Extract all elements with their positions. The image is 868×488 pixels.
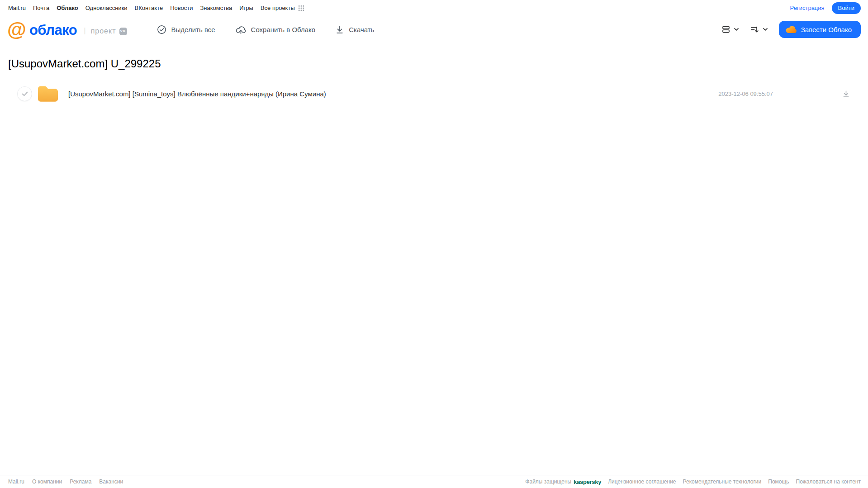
view-mode-icon — [721, 25, 730, 34]
check-circle-icon — [157, 25, 166, 34]
logo-divider: | — [84, 26, 85, 36]
select-all-label: Выделить все — [171, 26, 215, 33]
chevron-down-icon — [734, 28, 739, 31]
nav-item-oblako[interactable]: Облако — [57, 5, 78, 11]
main-content: [UsupovMarket.com] U_299225 [UsupovMarke… — [0, 57, 868, 106]
sort-dropdown[interactable] — [750, 25, 768, 34]
all-projects-label: Все проекты — [261, 5, 295, 11]
page-title: [UsupovMarket.com] U_299225 — [8, 57, 868, 70]
nav-item-vkontakte[interactable]: ВКонтакте — [135, 5, 163, 11]
vk-badge-icon: VK — [119, 28, 127, 35]
nav-item-igry[interactable]: Игры — [239, 5, 253, 11]
footer-right-links: Файлы защищены kaspersky Лицензионное со… — [525, 479, 861, 485]
file-download-icon[interactable] — [842, 90, 850, 98]
nav-item-mailru[interactable]: Mail.ru — [8, 5, 26, 11]
page-footer: Mail.ru О компании Реклама Вакансии Файл… — [0, 475, 868, 488]
cloud-logo[interactable]: @ облако | проект VK — [7, 22, 127, 37]
footer-link-ads[interactable]: Реклама — [70, 479, 91, 485]
sort-icon — [750, 25, 759, 34]
kaspersky-protected: Файлы защищены kaspersky — [525, 479, 601, 485]
download-icon — [336, 25, 344, 34]
nav-item-all-projects[interactable]: Все проекты — [261, 5, 304, 11]
view-mode-dropdown[interactable] — [721, 25, 739, 34]
project-label: проект — [91, 27, 116, 36]
nav-item-pochta[interactable]: Почта — [33, 5, 49, 11]
footer-link-about[interactable]: О компании — [32, 479, 62, 485]
file-toolbar: Выделить все Сохранить в Облако Скачать — [157, 25, 375, 34]
footer-link-license[interactable]: Лицензионное соглашение — [608, 479, 676, 485]
portal-nav-links: Mail.ru Почта Облако Одноклассники ВКонт… — [8, 5, 304, 11]
header-right-controls: Завести Облако — [721, 21, 861, 38]
mailru-at-icon: @ — [7, 22, 26, 37]
nav-item-odnoklassniki[interactable]: Одноклассники — [85, 5, 128, 11]
file-row[interactable]: [UsupovMarket.com] [Sumina_toys] Влюблён… — [8, 81, 868, 106]
portal-navbar: Mail.ru Почта Облако Одноклассники ВКонт… — [0, 0, 868, 15]
file-name-link[interactable]: [UsupovMarket.com] [Sumina_toys] Влюблён… — [68, 90, 718, 98]
footer-link-recommendations[interactable]: Рекомендательные технологии — [683, 479, 762, 485]
grid-icon — [298, 5, 304, 11]
project-vk-label: проект VK — [91, 27, 127, 36]
kaspersky-logo: kaspersky — [574, 479, 601, 485]
get-cloud-label: Завести Облако — [801, 26, 852, 33]
cloud-upload-icon — [236, 25, 246, 34]
file-date: 2023-12-06 09:55:07 — [718, 90, 773, 97]
chevron-down-icon — [763, 28, 768, 31]
nav-item-novosti[interactable]: Новости — [170, 5, 193, 11]
select-all-button[interactable]: Выделить все — [157, 25, 215, 34]
footer-link-help[interactable]: Помощь — [768, 479, 789, 485]
portal-nav-auth: Регистрация Войти — [790, 2, 861, 14]
footer-link-report[interactable]: Пожаловаться на контент — [796, 479, 861, 485]
footer-link-jobs[interactable]: Вакансии — [99, 479, 123, 485]
login-button[interactable]: Войти — [832, 2, 861, 14]
save-to-cloud-label: Сохранить в Облако — [251, 26, 316, 33]
nav-item-znakomstva[interactable]: Знакомства — [200, 5, 232, 11]
download-button[interactable]: Скачать — [336, 25, 374, 34]
folder-icon — [37, 85, 58, 103]
protected-label: Файлы защищены — [525, 479, 571, 485]
footer-link-mailru[interactable]: Mail.ru — [8, 479, 24, 485]
registration-link[interactable]: Регистрация — [790, 5, 825, 11]
get-cloud-button[interactable]: Завести Облако — [779, 21, 861, 38]
save-to-cloud-button[interactable]: Сохранить в Облако — [236, 25, 316, 34]
cloud-logo-text: облако — [29, 23, 77, 37]
footer-left-links: Mail.ru О компании Реклама Вакансии — [8, 479, 123, 485]
cloud-logo-icon — [786, 25, 797, 33]
download-label: Скачать — [349, 26, 374, 33]
file-checkbox[interactable] — [17, 86, 32, 101]
cloud-header: @ облако | проект VK Выделить все — [0, 15, 868, 44]
